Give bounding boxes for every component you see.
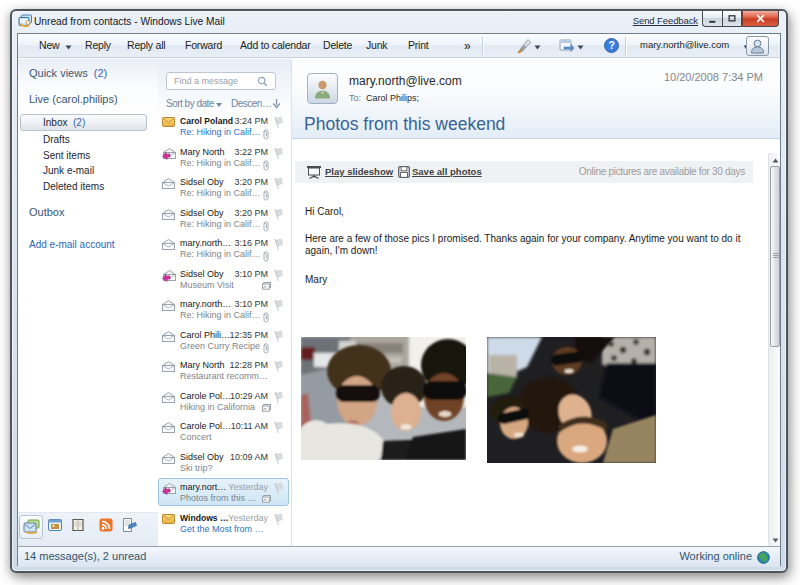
svg-text:?: ? <box>608 39 614 51</box>
